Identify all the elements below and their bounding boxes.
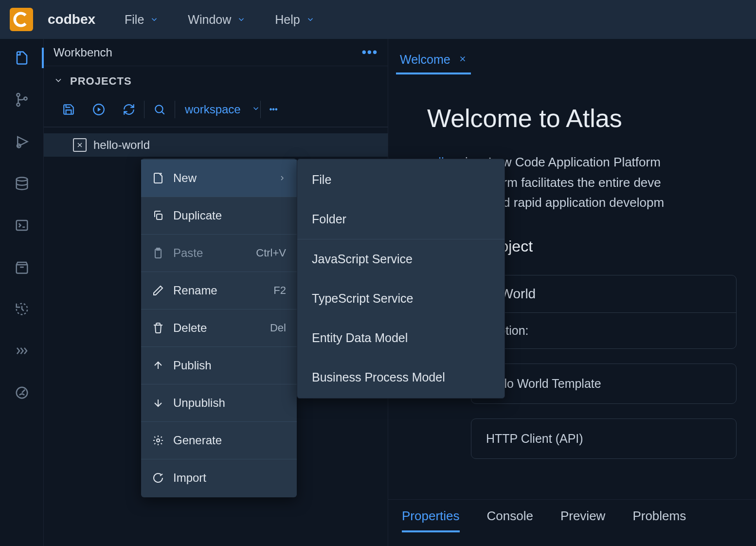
svg-rect-5 — [16, 220, 27, 230]
close-icon[interactable] — [458, 54, 467, 66]
submenu-entity-model[interactable]: Entity Data Model — [297, 318, 504, 358]
svg-point-0 — [17, 93, 19, 96]
projects-header[interactable]: PROJECTS — [44, 66, 388, 94]
tab-properties[interactable]: Properties — [402, 509, 460, 532]
svg-point-4 — [16, 178, 27, 182]
submenu-file[interactable]: File — [297, 160, 504, 200]
context-paste-label: Paste — [173, 246, 203, 260]
tab-welcome[interactable]: Welcome — [396, 47, 471, 74]
context-new[interactable]: New — [141, 160, 297, 197]
svg-point-11 — [157, 439, 160, 442]
submenu-folder[interactable]: Folder — [297, 200, 504, 239]
project-name: hello-world — [93, 138, 150, 152]
context-publish[interactable]: Publish — [141, 347, 297, 384]
context-rename[interactable]: Rename F2 — [141, 272, 297, 309]
tab-preview[interactable]: Preview — [560, 509, 605, 532]
sidebar-header: Workbench ••• — [44, 39, 388, 66]
menu-help[interactable]: Help — [275, 13, 314, 27]
top-menu: File Window Help — [125, 13, 315, 27]
refresh-button[interactable] — [114, 99, 144, 120]
context-generate[interactable]: Generate — [141, 422, 297, 459]
menu-file[interactable]: File — [125, 13, 159, 27]
welcome-title: Welcome to Atlas — [427, 104, 737, 133]
new-submenu: File Folder JavaScript Service TypeScrip… — [297, 159, 505, 399]
brand-name: codbex — [48, 12, 95, 27]
chevron-right-icon — [278, 171, 286, 185]
project-item[interactable]: hello-world — [44, 133, 388, 157]
context-generate-label: Generate — [173, 434, 222, 447]
top-bar: codbex File Window Help — [0, 0, 756, 39]
projects-label: PROJECTS — [70, 75, 132, 88]
brand-logo-icon — [13, 11, 30, 28]
sidebar-more-icon[interactable]: ••• — [362, 45, 378, 60]
project-icon — [73, 138, 87, 152]
context-rename-label: Rename — [173, 284, 217, 297]
template-card-2[interactable]: HTTP Client (API) — [471, 419, 737, 459]
run-button[interactable] — [84, 99, 114, 120]
activity-files-icon[interactable] — [14, 50, 30, 66]
brand-logo — [10, 8, 33, 31]
tab-problems[interactable]: Problems — [632, 509, 686, 532]
template-card-1[interactable]: Hello World Template — [471, 364, 737, 404]
bottom-panel: Properties Console Preview Problems — [388, 499, 756, 546]
projects-section: PROJECTS workspace — [44, 66, 388, 127]
workspace-label: workspace — [175, 103, 247, 116]
svg-point-8 — [155, 105, 162, 112]
context-publish-label: Publish — [173, 359, 212, 372]
chevron-down-icon — [237, 13, 246, 27]
chevron-down-icon — [150, 13, 159, 27]
workspace-selector[interactable]: workspace — [175, 103, 260, 116]
activity-history-icon[interactable] — [14, 301, 30, 317]
menu-window-label: Window — [188, 13, 231, 27]
context-paste: Paste Ctrl+V — [141, 235, 297, 272]
activity-terminal-icon[interactable] — [14, 217, 30, 234]
tab-label: Welcome — [400, 53, 450, 67]
projects-toolbar: workspace ••• — [44, 94, 388, 127]
activity-git-icon[interactable] — [14, 91, 30, 108]
bottom-tabs: Properties Console Preview Problems — [402, 509, 742, 532]
context-new-label: New — [173, 171, 197, 185]
submenu-bp-model[interactable]: Business Process Model — [297, 358, 504, 397]
context-unpublish[interactable]: Unpublish — [141, 384, 297, 422]
menu-file-label: File — [125, 13, 144, 27]
activity-database-icon[interactable] — [14, 175, 30, 192]
context-paste-shortcut: Ctrl+V — [256, 247, 286, 259]
activity-debug-icon[interactable] — [14, 133, 30, 150]
context-rename-shortcut: F2 — [273, 284, 286, 297]
submenu-ts-service[interactable]: TypeScript Service — [297, 279, 504, 318]
project-tree: hello-world — [44, 127, 388, 163]
context-duplicate-label: Duplicate — [173, 209, 222, 222]
sidebar-title: Workbench — [54, 46, 112, 59]
submenu-js-service[interactable]: JavaScript Service — [297, 239, 504, 279]
import-icon — [152, 472, 164, 484]
save-all-button[interactable] — [54, 99, 84, 120]
activity-dashboard-icon[interactable] — [14, 384, 30, 401]
context-unpublish-label: Unpublish — [173, 396, 225, 410]
activity-bar — [0, 39, 44, 546]
unpublish-icon — [152, 397, 164, 409]
new-file-icon — [152, 172, 164, 184]
card-header: lo World — [471, 275, 736, 313]
context-import-label: Import — [173, 471, 206, 485]
publish-icon — [152, 359, 164, 372]
search-button[interactable] — [144, 99, 175, 120]
paste-icon — [152, 247, 164, 259]
editor-tabs: Welcome — [388, 39, 756, 74]
activity-inbox-icon[interactable] — [14, 259, 30, 275]
context-import[interactable]: Import — [141, 459, 297, 496]
context-delete-label: Delete — [173, 321, 207, 335]
toolbar-more-icon[interactable]: ••• — [261, 101, 287, 118]
activity-flow-icon[interactable] — [14, 343, 30, 359]
context-delete-shortcut: Del — [270, 322, 286, 334]
menu-window[interactable]: Window — [188, 13, 246, 27]
card-description-label: cription: — [471, 313, 736, 348]
svg-rect-9 — [157, 214, 162, 219]
chevron-down-icon — [306, 13, 315, 27]
context-duplicate[interactable]: Duplicate — [141, 197, 297, 235]
chevron-down-icon — [54, 75, 63, 87]
delete-icon — [152, 322, 164, 334]
tab-console[interactable]: Console — [487, 509, 533, 532]
rename-icon — [152, 284, 164, 297]
generate-icon — [152, 434, 164, 447]
context-delete[interactable]: Delete Del — [141, 309, 297, 347]
